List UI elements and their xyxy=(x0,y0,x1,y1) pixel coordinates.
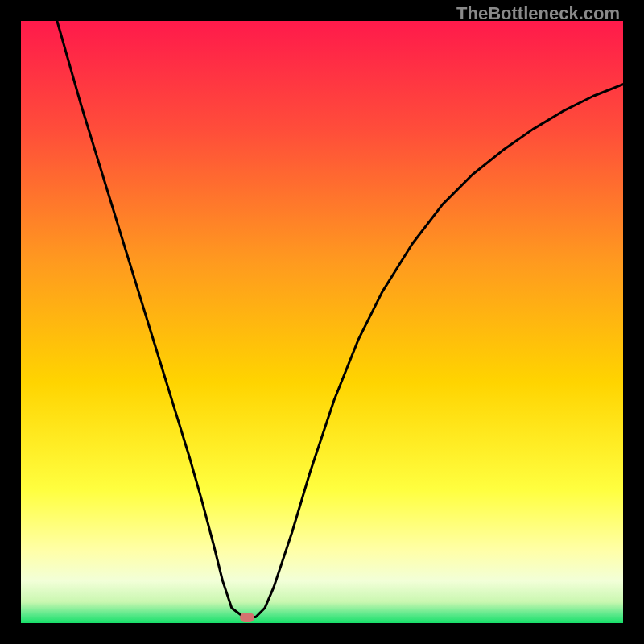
chart-frame: TheBottleneck.com xyxy=(0,0,644,644)
plot-area xyxy=(21,21,623,623)
optimal-point-marker xyxy=(240,613,254,622)
watermark-text: TheBottleneck.com xyxy=(456,3,620,24)
bottleneck-curve xyxy=(21,21,623,623)
